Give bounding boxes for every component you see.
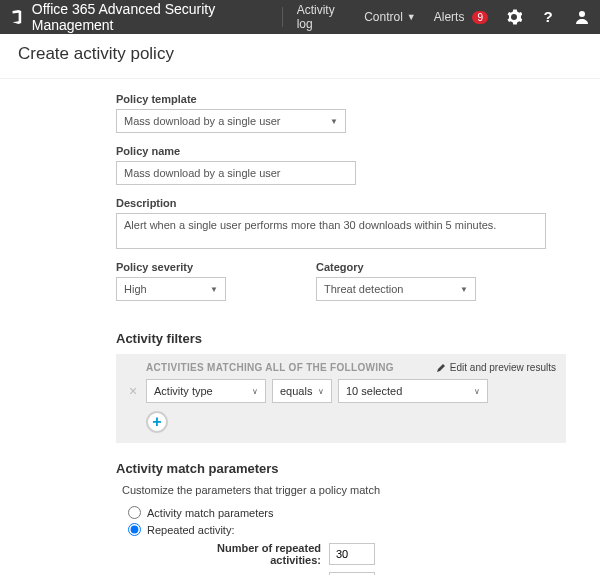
activity-match-header: Activity match parameters <box>116 461 600 476</box>
filter-operator-select[interactable]: equals∨ <box>272 379 332 403</box>
chevron-down-icon: ▼ <box>407 12 416 22</box>
edit-preview-link[interactable]: Edit and preview results <box>436 362 556 373</box>
chevron-down-icon: ∨ <box>318 387 324 396</box>
filter-value-select[interactable]: 10 selected∨ <box>338 379 488 403</box>
topbar: Office 365 Advanced Security Management … <box>0 0 600 34</box>
filter-row: × Activity type∨ equals∨ 10 selected∨ <box>116 377 566 405</box>
chevron-down-icon: ▼ <box>210 285 218 294</box>
page-title: Create activity policy <box>0 34 600 79</box>
add-filter-button[interactable]: + <box>146 411 168 433</box>
repeated-activity-form: Number of repeated activities: in the ti… <box>166 542 600 575</box>
policy-name-input[interactable] <box>116 161 356 185</box>
category-select[interactable]: Threat detection▼ <box>316 277 476 301</box>
severity-label: Policy severity <box>116 261 226 273</box>
nav-control[interactable]: Control▼ <box>364 10 416 24</box>
policy-name-label: Policy name <box>116 145 600 157</box>
nav-alerts[interactable]: Alerts9 <box>434 10 488 24</box>
chevron-down-icon: ▼ <box>330 117 338 126</box>
category-label: Category <box>316 261 476 273</box>
svg-point-1 <box>579 11 585 17</box>
description-label: Description <box>116 197 600 209</box>
chevron-down-icon: ∨ <box>474 387 480 396</box>
activity-filters-header: Activity filters <box>116 331 600 346</box>
help-icon[interactable]: ? <box>540 9 556 25</box>
user-icon[interactable] <box>574 9 590 25</box>
chevron-down-icon: ▼ <box>460 285 468 294</box>
radio-repeated-activity[interactable]: Repeated activity: <box>128 523 600 536</box>
gear-icon[interactable] <box>506 9 522 25</box>
svg-text:?: ? <box>543 9 552 25</box>
nav-divider <box>282 7 283 27</box>
severity-select[interactable]: High▼ <box>116 277 226 301</box>
policy-template-select[interactable]: Mass download by a single user▼ <box>116 109 346 133</box>
remove-filter-button[interactable]: × <box>126 383 140 399</box>
radio-single-activity[interactable]: Activity match parameters <box>128 506 600 519</box>
nav-activity-log[interactable]: Activity log <box>297 3 346 31</box>
pencil-icon <box>436 363 446 373</box>
filter-field-select[interactable]: Activity type∨ <box>146 379 266 403</box>
radio-repeated-input[interactable] <box>128 523 141 536</box>
office-logo-icon <box>10 9 24 25</box>
filter-matching-label: ACTIVITIES MATCHING ALL OF THE FOLLOWING <box>146 362 394 373</box>
activity-filters-panel: ACTIVITIES MATCHING ALL OF THE FOLLOWING… <box>116 354 566 443</box>
description-textarea[interactable]: Alert when a single user performs more t… <box>116 213 546 249</box>
repeat-count-label: Number of repeated activities: <box>166 542 321 566</box>
app-title: Office 365 Advanced Security Management <box>32 1 264 33</box>
alert-count-badge: 9 <box>472 11 488 24</box>
radio-single-input[interactable] <box>128 506 141 519</box>
match-params-hint: Customize the parameters that trigger a … <box>122 484 600 496</box>
policy-template-label: Policy template <box>116 93 600 105</box>
form-area: Policy template Mass download by a singl… <box>0 79 600 575</box>
chevron-down-icon: ∨ <box>252 387 258 396</box>
repeat-count-input[interactable] <box>329 543 375 565</box>
